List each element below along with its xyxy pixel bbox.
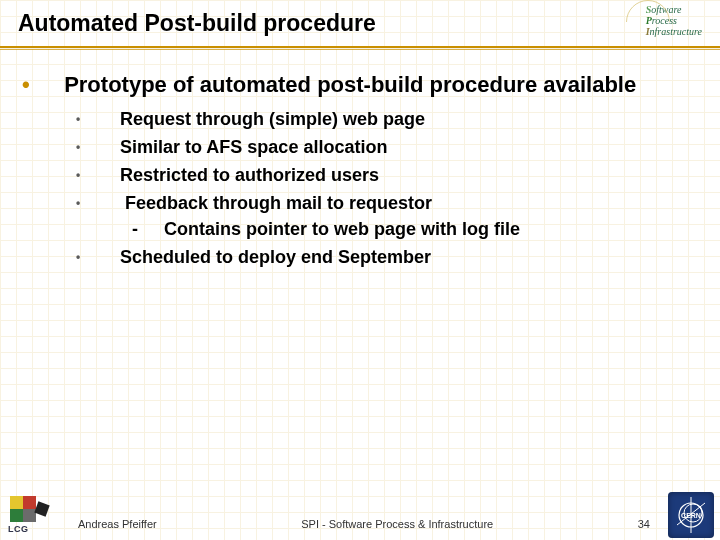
slide-content: Prototype of automated post-build proced… bbox=[0, 41, 720, 269]
bullet-main: Prototype of automated post-build proced… bbox=[40, 71, 680, 269]
bullet-sub-text: Restricted to authorized users bbox=[120, 165, 379, 185]
bullet-sub: Scheduled to deploy end September bbox=[98, 245, 680, 269]
footer-center: SPI - Software Process & Infrastructure bbox=[157, 518, 638, 530]
spi-logo-line3: nfrastructure bbox=[650, 26, 702, 37]
lcg-logo: LCG bbox=[8, 496, 62, 536]
bullet-sub-text: Similar to AFS space allocation bbox=[120, 137, 387, 157]
lcg-block-icon bbox=[10, 496, 23, 509]
bullet-sub: Similar to AFS space allocation bbox=[98, 135, 680, 159]
slide-footer: Andreas Pfeiffer SPI - Software Process … bbox=[0, 518, 720, 530]
bullet-sub: Request through (simple) web page bbox=[98, 107, 680, 131]
bullet-subsub: Contains pointer to web page with log fi… bbox=[148, 218, 680, 241]
cern-logo-icon: CERN bbox=[671, 495, 711, 535]
bullet-sub: Restricted to authorized users bbox=[98, 163, 680, 187]
lcg-label: LCG bbox=[8, 524, 62, 534]
slide-header: Automated Post-build procedure bbox=[0, 0, 720, 41]
spi-logo: Software Process Infrastructure bbox=[646, 4, 702, 37]
bullet-sub-text: Feedback through mail to requestor bbox=[125, 193, 432, 213]
cern-logo: CERN bbox=[668, 492, 714, 538]
bullet-sub: Feedback through mail to requestor Conta… bbox=[98, 191, 680, 241]
footer-author: Andreas Pfeiffer bbox=[78, 518, 157, 530]
lcg-block-icon bbox=[10, 509, 23, 522]
bullet-subsub-text: Contains pointer to web page with log fi… bbox=[164, 219, 520, 239]
bullet-main-text: Prototype of automated post-build proced… bbox=[64, 72, 636, 97]
lcg-block-icon bbox=[34, 501, 49, 516]
lcg-block-icon bbox=[23, 496, 36, 509]
slide-title: Automated Post-build procedure bbox=[18, 10, 702, 37]
footer-page-number: 34 bbox=[638, 518, 650, 530]
cern-logo-text: CERN bbox=[681, 512, 701, 519]
bullet-sub-text: Scheduled to deploy end September bbox=[120, 247, 431, 267]
bullet-sub-text: Request through (simple) web page bbox=[120, 109, 425, 129]
